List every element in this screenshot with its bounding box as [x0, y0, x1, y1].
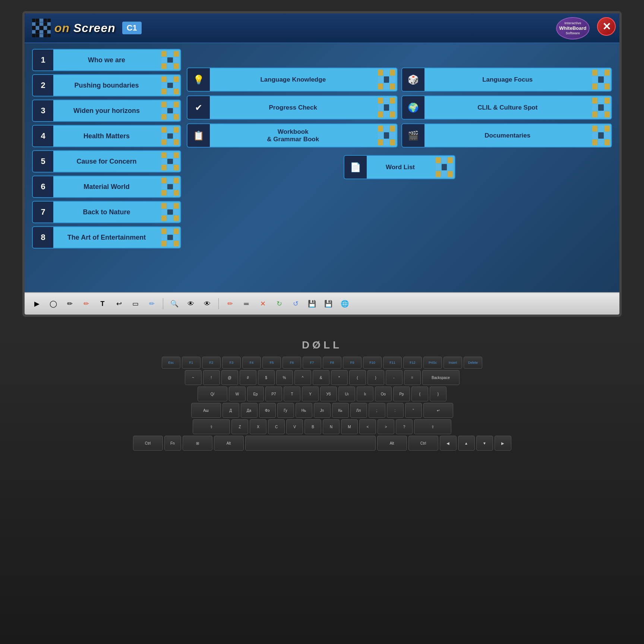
- key-f5[interactable]: F5: [262, 357, 281, 369]
- key-esc[interactable]: Esc: [162, 357, 180, 369]
- key-slash[interactable]: ?: [396, 419, 413, 434]
- key-space[interactable]: [245, 436, 376, 451]
- key-y[interactable]: Уб: [320, 386, 337, 401]
- key-v[interactable]: V: [286, 419, 303, 434]
- key-f8[interactable]: F8: [323, 357, 341, 369]
- key-0[interactable]: ): [367, 370, 384, 385]
- key-enter[interactable]: ↵: [423, 403, 453, 418]
- key-minus[interactable]: -: [386, 370, 402, 385]
- key-3[interactable]: #: [240, 370, 256, 385]
- toolbar-play-button[interactable]: ▶: [30, 297, 44, 310]
- key-comma[interactable]: <: [359, 419, 376, 434]
- toolbar-eye1-button[interactable]: 👁: [184, 297, 198, 310]
- key-fn[interactable]: Fn: [164, 436, 181, 451]
- key-e[interactable]: Р7: [265, 386, 282, 401]
- key-b[interactable]: B: [304, 419, 321, 434]
- toolbar-save1-button[interactable]: 💾: [305, 297, 319, 310]
- key-caps[interactable]: Аш: [191, 403, 221, 418]
- key-ctrl-r[interactable]: Ctrl: [408, 436, 438, 451]
- key-alt-r[interactable]: Alt: [377, 436, 407, 451]
- key-9[interactable]: (: [349, 370, 366, 385]
- key-6[interactable]: ^: [294, 370, 311, 385]
- key-z[interactable]: Z: [231, 419, 248, 434]
- toolbar-equals-button[interactable]: ═: [240, 297, 253, 310]
- key-l[interactable]: ;: [369, 403, 385, 418]
- key-s[interactable]: Да: [241, 403, 258, 418]
- key-equals[interactable]: =: [404, 370, 421, 385]
- key-backspace[interactable]: Backspace: [422, 370, 460, 385]
- chapter-1-button[interactable]: 1 Who we are: [32, 49, 181, 71]
- key-o[interactable]: Оо: [375, 386, 392, 401]
- key-t[interactable]: Y: [302, 386, 319, 401]
- toolbar-search-button[interactable]: 🔍: [168, 297, 181, 310]
- key-f3[interactable]: F3: [222, 357, 241, 369]
- key-r[interactable]: Т: [284, 386, 300, 401]
- chapter-2-button[interactable]: 2 Pushing boundaries: [32, 74, 181, 97]
- key-semicolon[interactable]: :: [387, 403, 404, 418]
- key-h[interactable]: Jn: [314, 403, 331, 418]
- key-backtick[interactable]: ~: [185, 370, 202, 385]
- toolbar-pen-button[interactable]: ✏: [145, 297, 158, 310]
- key-f2[interactable]: F2: [202, 357, 221, 369]
- toolbar-save2-button[interactable]: 💾: [322, 297, 335, 310]
- chapter-3-button[interactable]: 3 Widen your horizons: [32, 100, 181, 122]
- key-win[interactable]: ⊞: [183, 436, 212, 451]
- key-j[interactable]: Кь: [332, 403, 349, 418]
- key-2[interactable]: @: [221, 370, 238, 385]
- language-knowledge-button[interactable]: 💡 Language Knowledge: [187, 67, 398, 92]
- key-shift-l[interactable]: ⇧: [193, 419, 230, 434]
- toolbar-shape-button[interactable]: ▭: [129, 297, 142, 310]
- key-m[interactable]: M: [341, 419, 358, 434]
- key-arrow-up[interactable]: ▲: [458, 436, 475, 451]
- workbook-button[interactable]: 📋 Workbook & Grammar Book: [187, 123, 398, 148]
- key-k[interactable]: Лл: [350, 403, 367, 418]
- key-1[interactable]: !: [203, 370, 220, 385]
- toolbar-undo2-button[interactable]: ↺: [289, 297, 302, 310]
- key-f1[interactable]: F1: [182, 357, 201, 369]
- close-button[interactable]: ✕: [597, 17, 616, 36]
- key-8[interactable]: *: [331, 370, 348, 385]
- key-f10[interactable]: F10: [363, 357, 382, 369]
- key-5[interactable]: %: [276, 370, 293, 385]
- toolbar-line-button[interactable]: ✏: [223, 297, 237, 310]
- key-7[interactable]: &: [313, 370, 329, 385]
- key-f[interactable]: Гу: [277, 403, 294, 418]
- key-arrow-down[interactable]: ▼: [476, 436, 493, 451]
- key-alt-l[interactable]: Alt: [214, 436, 244, 451]
- chapter-6-button[interactable]: 6 Material World: [32, 176, 181, 198]
- key-g[interactable]: Нь: [296, 403, 312, 418]
- toolbar-pencil2-button[interactable]: ✏: [79, 297, 93, 310]
- toolbar-close-button[interactable]: ✕: [256, 297, 269, 310]
- key-4[interactable]: $: [258, 370, 275, 385]
- key-insert[interactable]: Insert: [443, 357, 462, 369]
- toolbar-redo-button[interactable]: ↻: [272, 297, 286, 310]
- key-f11[interactable]: F11: [383, 357, 402, 369]
- key-bracket-l[interactable]: {: [411, 386, 428, 401]
- chapter-8-button[interactable]: 8 The Art of Entertainment: [32, 226, 181, 249]
- key-a[interactable]: Д: [222, 403, 239, 418]
- key-f6[interactable]: F6: [282, 357, 301, 369]
- chapter-5-button[interactable]: 5 Cause for Concern: [32, 150, 181, 173]
- key-shift-r[interactable]: ⇧: [414, 419, 451, 434]
- key-w[interactable]: Ер: [247, 386, 264, 401]
- key-c[interactable]: C: [268, 419, 285, 434]
- key-f7[interactable]: F7: [303, 357, 321, 369]
- word-list-button[interactable]: 📄 Word List: [344, 155, 455, 179]
- toolbar-eye2-button[interactable]: 👁: [201, 297, 214, 310]
- key-d[interactable]: Фэ: [259, 403, 276, 418]
- key-arrow-r[interactable]: ▶: [495, 436, 511, 451]
- key-prtsc[interactable]: PrtSc: [423, 357, 442, 369]
- language-focus-button[interactable]: 🎲 Language Focus: [401, 67, 612, 92]
- key-f9[interactable]: F9: [343, 357, 362, 369]
- toolbar-text-button[interactable]: T: [96, 297, 109, 310]
- clil-culture-button[interactable]: 🌍 CLIL & Culture Spot: [401, 95, 612, 120]
- key-i[interactable]: Iı: [357, 386, 373, 401]
- progress-check-button[interactable]: ✔ Progress Check: [187, 95, 398, 120]
- chapter-7-button[interactable]: 7 Back to Nature: [32, 201, 181, 223]
- toolbar-pencil1-button[interactable]: ✏: [63, 297, 76, 310]
- toolbar-globe-button[interactable]: 🌐: [338, 297, 351, 310]
- toolbar-undo-button[interactable]: ↩: [112, 297, 126, 310]
- key-n[interactable]: N: [323, 419, 340, 434]
- key-period[interactable]: >: [378, 419, 394, 434]
- chapter-4-button[interactable]: 4 Health Matters: [32, 125, 181, 147]
